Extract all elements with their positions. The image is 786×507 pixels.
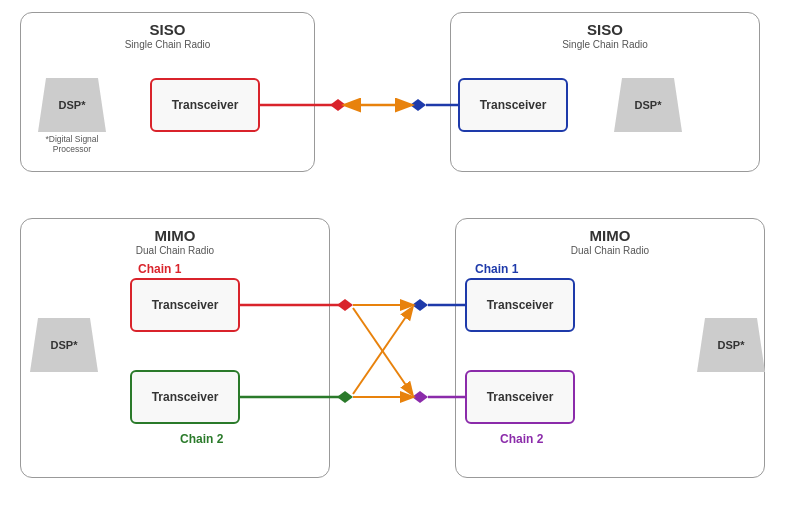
svg-line-18	[353, 308, 412, 394]
mimo-right-chain1-label: Chain 1	[475, 262, 518, 276]
svg-marker-6	[410, 99, 426, 111]
siso-left-dsp-note: *Digital SignalProcessor	[28, 134, 116, 154]
mimo-left-title: MIMO	[155, 227, 196, 244]
diagram-container: SISO Single Chain Radio SISO Single Chai…	[0, 0, 786, 507]
mimo-right-dsp: DSP*	[697, 318, 765, 372]
svg-line-19	[353, 308, 412, 394]
mimo-left-chain2-label: Chain 2	[180, 432, 223, 446]
siso-right-title: SISO	[587, 21, 623, 38]
mimo-right-transceiver2: Transceiver	[465, 370, 575, 424]
siso-left-dsp: DSP*	[38, 78, 106, 132]
svg-marker-15	[412, 391, 428, 403]
mimo-left-chain1-label: Chain 1	[138, 262, 181, 276]
svg-marker-5	[330, 99, 346, 111]
svg-marker-12	[337, 391, 353, 403]
svg-marker-13	[412, 299, 428, 311]
mimo-right-transceiver1: Transceiver	[465, 278, 575, 332]
siso-right-transceiver: Transceiver	[458, 78, 568, 132]
siso-right-subtitle: Single Chain Radio	[562, 39, 648, 50]
mimo-left-transceiver2: Transceiver	[130, 370, 240, 424]
mimo-left-subtitle: Dual Chain Radio	[136, 245, 214, 256]
mimo-right-title: MIMO	[590, 227, 631, 244]
mimo-left-dsp: DSP*	[30, 318, 98, 372]
mimo-right-chain2-label: Chain 2	[500, 432, 543, 446]
mimo-right-subtitle: Dual Chain Radio	[571, 245, 649, 256]
siso-right-dsp: DSP*	[614, 78, 682, 132]
siso-left-title: SISO	[150, 21, 186, 38]
siso-left-transceiver: Transceiver	[150, 78, 260, 132]
svg-marker-10	[337, 299, 353, 311]
siso-left-subtitle: Single Chain Radio	[125, 39, 211, 50]
mimo-left-transceiver1: Transceiver	[130, 278, 240, 332]
